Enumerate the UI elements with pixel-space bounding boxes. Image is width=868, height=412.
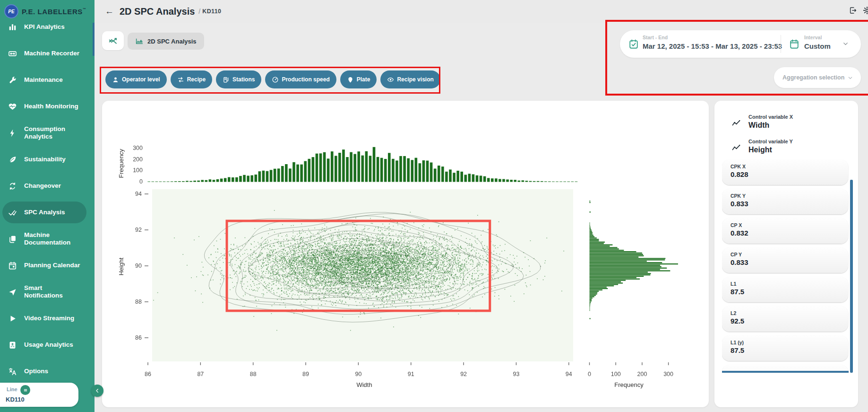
- translate-icon: [8, 367, 17, 376]
- control-variable-x-value: Width: [748, 121, 769, 130]
- sidebar-item-machine-recorder[interactable]: Machine Recorder: [0, 40, 95, 67]
- stat-card-cpk-y: CPK Y0.833: [722, 189, 848, 214]
- stats-list: CPK X0.828CPK Y0.833CP X0.832CP Y0.833L1…: [722, 159, 849, 374]
- eye-icon: [387, 76, 394, 83]
- y-axis-label: Height: [118, 241, 125, 293]
- stats-panel: Control variable X Width Control variabl…: [714, 101, 858, 407]
- topbar: ← 2D SPC Analysis / KD110: [95, 0, 868, 23]
- interval-label: Interval: [804, 35, 822, 40]
- sidebar-item-spc-analysis[interactable]: SPC Analysis: [0, 199, 95, 226]
- spc-chart-card: Frequency Height Width Frequency: [102, 101, 709, 407]
- calendar-icon: [789, 39, 799, 49]
- sidebar-item-options[interactable]: Options: [0, 358, 95, 385]
- bolt-icon: [8, 129, 17, 138]
- start-end-value: Mar 12, 2025 - 15:53 - Mar 13, 2025 - 23…: [643, 42, 782, 50]
- filter-button-operator-level[interactable]: Operator level: [105, 70, 167, 88]
- topbar-icons: [849, 6, 868, 15]
- trend-icon: [731, 119, 741, 128]
- control-variable-y-label: Control variable Y: [748, 139, 793, 144]
- start-end-label: Start - End: [643, 35, 668, 40]
- trademark-mark: ™: [83, 8, 86, 11]
- sidebar-item-health-monitoring[interactable]: Health Monitoring: [0, 93, 95, 120]
- filter-button-recipe[interactable]: Recipe: [171, 70, 212, 88]
- sidebar-item-consumption-analytics[interactable]: Consumption Analytics: [0, 120, 95, 146]
- aggregation-selection-dropdown[interactable]: Aggregation selection: [774, 67, 861, 88]
- area-chart-icon: [135, 37, 144, 45]
- divider: [781, 35, 781, 53]
- cassette-icon: [8, 49, 17, 58]
- trend-icon: [731, 143, 741, 153]
- sidebar-collapse-button[interactable]: [91, 385, 103, 397]
- interval-value: Custom: [804, 42, 831, 50]
- play-icon: [8, 314, 17, 323]
- tab-label: 2D SPC Analysis: [147, 38, 197, 45]
- swap-arrows-icon: [177, 76, 184, 83]
- control-variable-y-value: Height: [748, 146, 772, 154]
- heart-pulse-icon: [8, 102, 17, 111]
- id-card-icon: [8, 341, 17, 350]
- line-selector-label: Line: [7, 386, 17, 392]
- stat-card-l2: L292.5: [722, 306, 848, 332]
- sidebar-menu: KPI AnalyticsMachine RecorderMaintenance…: [0, 14, 95, 385]
- breadcrumb-separator: /: [198, 8, 200, 15]
- sidebar-item-planning-calendar[interactable]: Planning Calendar: [0, 252, 95, 279]
- line-list-icon[interactable]: [20, 385, 30, 395]
- sidebar-item-machine-documentation[interactable]: Machine Documentation: [0, 226, 95, 252]
- 2d-spc-analysis-page: PE P.E. LABELLERS™ KPI AnalyticsMachine …: [0, 0, 868, 412]
- logout-icon[interactable]: [849, 6, 857, 15]
- x-axis-label: Width: [341, 381, 388, 388]
- stats-horizontal-scrollbar[interactable]: [722, 371, 849, 373]
- sidebar-scrollbar-thumb[interactable]: [93, 23, 95, 56]
- breadcrumb-machine: KD110: [202, 8, 221, 15]
- stat-card-cp-x: CP X0.832: [722, 218, 848, 244]
- filters-row: Operator levelRecipeStationsProduction s…: [105, 70, 440, 88]
- stats-vertical-scrollbar[interactable]: [850, 180, 853, 373]
- stat-card-cp-y: CP Y0.833: [722, 247, 848, 273]
- bar-chart-icon: [8, 23, 17, 32]
- stat-card-l1: L187.5: [722, 277, 848, 302]
- right-histogram-axis-label: Frequency: [605, 381, 653, 388]
- speedometer-icon: [272, 76, 279, 83]
- filter-button-stations[interactable]: Stations: [216, 70, 261, 88]
- logo: PE P.E. LABELLERS™: [0, 0, 95, 23]
- double-check-icon: [8, 208, 17, 217]
- line-selector-value: KD110: [6, 396, 25, 403]
- line-selector-card: Line KD110: [0, 383, 78, 407]
- calendar-check-icon: [628, 39, 639, 49]
- cycle-icon: [8, 182, 17, 191]
- control-variable-x-label: Control variable X: [748, 114, 793, 120]
- send-icon: [8, 288, 17, 297]
- map-pin-icon: [347, 76, 354, 83]
- filter-button-recipe-vision[interactable]: Recipe vision: [380, 70, 440, 88]
- sidebar-item-smart-notifications[interactable]: Smart Notifications: [0, 279, 95, 305]
- chevron-down-icon[interactable]: [842, 40, 849, 47]
- date-range-picker[interactable]: Start - End Mar 12, 2025 - 15:53 - Mar 1…: [620, 30, 861, 58]
- top-histogram-axis-label: Frequency: [118, 138, 125, 190]
- filter-button-plate[interactable]: Plate: [340, 70, 377, 88]
- sidebar-item-usage-analytics[interactable]: Usage Analytics: [0, 332, 95, 358]
- documents-icon: [8, 235, 17, 244]
- spc-scatter-canvas[interactable]: [102, 101, 709, 407]
- aggregation-label: Aggregation selection: [782, 74, 844, 81]
- pe-labellers-logo-icon: PE: [4, 4, 18, 18]
- sidebar-item-sustainability[interactable]: Sustainability: [0, 146, 95, 173]
- settings-gear-icon[interactable]: [863, 6, 868, 15]
- station-icon: [223, 76, 230, 83]
- stat-card-cpk-x: CPK X0.828: [722, 159, 848, 185]
- stat-card-l1-y: L1 (y)87.5: [722, 335, 848, 361]
- logo-text: P.E. LABELLERS™: [22, 8, 86, 16]
- tab-spc-trend[interactable]: [102, 31, 124, 50]
- tab-2d-spc-analysis[interactable]: 2D SPC Analysis: [128, 33, 204, 50]
- chevron-down-icon: [847, 75, 853, 81]
- wrench-icon: [8, 76, 17, 85]
- sidebar: PE P.E. LABELLERS™ KPI AnalyticsMachine …: [0, 0, 95, 412]
- page-title: 2D SPC Analysis: [120, 6, 195, 17]
- leaf-icon: [8, 155, 17, 164]
- back-button[interactable]: ←: [105, 6, 114, 17]
- user-icon: [112, 76, 119, 83]
- filter-button-production-speed[interactable]: Production speed: [265, 70, 336, 88]
- sidebar-item-maintenance[interactable]: Maintenance: [0, 67, 95, 93]
- calendar-icon: [8, 261, 17, 270]
- sidebar-item-video-streaming[interactable]: Video Streaming: [0, 305, 95, 332]
- sidebar-item-changeover[interactable]: Changeover: [0, 173, 95, 199]
